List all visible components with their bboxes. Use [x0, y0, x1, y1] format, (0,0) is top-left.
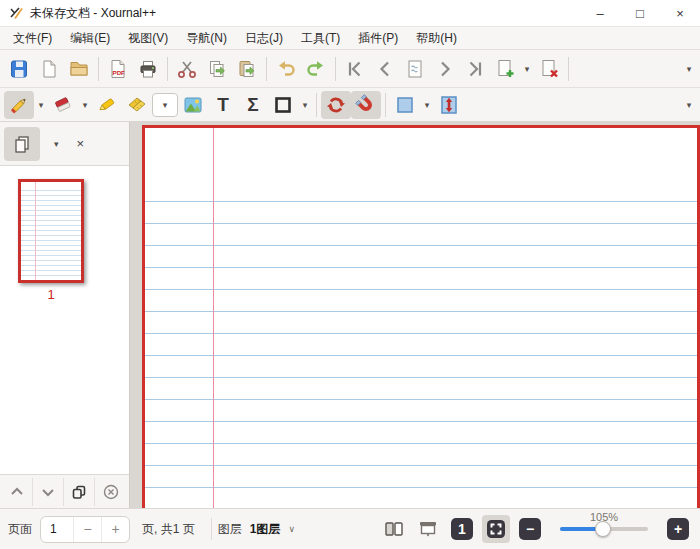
menu-view[interactable]: 视图(V)	[119, 28, 177, 49]
toolbar-tools: ▾ ▾ ▾	[0, 88, 700, 122]
magnet-icon	[355, 94, 377, 116]
grid-snap-button[interactable]	[351, 91, 381, 119]
math-tex-button[interactable]: Σ	[238, 91, 268, 119]
page-increment-button[interactable]: +	[101, 517, 129, 542]
print-button[interactable]	[133, 55, 163, 83]
layer-dropdown-icon[interactable]: ∨	[288, 524, 295, 534]
separator	[211, 518, 212, 540]
menu-file[interactable]: 文件(F)	[4, 28, 61, 49]
separator	[266, 57, 267, 81]
page-spinner[interactable]: 1 − +	[40, 516, 130, 543]
content-area: ▾ × 1	[0, 122, 700, 508]
zoom-slider-fill	[560, 527, 600, 531]
select-dropdown[interactable]: ▾	[420, 91, 434, 119]
shape-tool-button[interactable]	[268, 91, 298, 119]
export-pdf-button[interactable]: PDF	[103, 55, 133, 83]
paste-button[interactable]	[232, 55, 262, 83]
zoom-in-icon: +	[667, 518, 689, 540]
toolbar2-overflow-dropdown[interactable]: ▾	[682, 91, 696, 119]
menu-help[interactable]: 帮助(H)	[407, 28, 466, 49]
maximize-button[interactable]: □	[620, 0, 660, 26]
page-preview-toggle-button[interactable]	[4, 127, 40, 161]
rotation-snap-button[interactable]	[321, 91, 351, 119]
add-page-dropdown[interactable]: ▾	[520, 55, 534, 83]
zoom-out-button[interactable]: −	[516, 515, 544, 543]
square-shape-icon	[272, 94, 294, 116]
delete-page-button[interactable]	[534, 55, 564, 83]
cut-button[interactable]	[172, 55, 202, 83]
select-rectangle-button[interactable]	[390, 91, 420, 119]
previous-page-button[interactable]	[370, 55, 400, 83]
goto-annotated-page-button[interactable]	[400, 55, 430, 83]
pen-dropdown[interactable]: ▾	[34, 91, 48, 119]
shape-recognizer-dropdown[interactable]: ▾	[152, 93, 178, 117]
save-button[interactable]	[4, 55, 34, 83]
text-icon: T	[217, 95, 229, 114]
last-page-button[interactable]	[460, 55, 490, 83]
next-page-button[interactable]	[430, 55, 460, 83]
pen-tool-button[interactable]	[4, 91, 34, 119]
eraser-icon	[52, 94, 74, 116]
document-page[interactable]	[142, 125, 700, 508]
ruler-tool-button[interactable]	[122, 91, 152, 119]
page-thumbnail[interactable]	[18, 179, 84, 283]
eraser-tool-button[interactable]	[48, 91, 78, 119]
first-page-button[interactable]	[340, 55, 370, 83]
menu-tools[interactable]: 工具(T)	[292, 28, 349, 49]
page-decrement-button[interactable]: −	[73, 517, 101, 542]
chevron-down-icon	[39, 483, 57, 501]
page-spinner-value[interactable]: 1	[41, 522, 73, 536]
separator	[98, 57, 99, 81]
page-up-button[interactable]	[2, 478, 33, 506]
duplicate-page-button[interactable]	[64, 478, 95, 506]
page-total-text: 页, 共1 页	[142, 521, 195, 538]
page-preview-panel: 1	[0, 166, 129, 474]
toolbar-overflow-dropdown[interactable]: ▾	[682, 55, 696, 83]
minimize-button[interactable]: –	[580, 0, 620, 26]
sidebar-dropdown[interactable]: ▾	[54, 139, 59, 149]
pdf-icon: PDF	[107, 58, 129, 80]
page-down-button[interactable]	[33, 478, 64, 506]
redo-button[interactable]	[301, 55, 331, 83]
highlighter-tool-button[interactable]	[92, 91, 122, 119]
undo-button[interactable]	[271, 55, 301, 83]
print-icon	[137, 58, 159, 80]
text-tool-button[interactable]: T	[208, 91, 238, 119]
zoom-fit-button[interactable]	[482, 515, 510, 543]
cut-icon	[176, 58, 198, 80]
ruler-icon	[126, 94, 148, 116]
ruled-lines	[145, 201, 697, 508]
zoom-slider-track[interactable]	[560, 527, 648, 531]
page-label: 页面	[8, 521, 32, 538]
menu-plugins[interactable]: 插件(P)	[349, 28, 407, 49]
zoom-in-button[interactable]: +	[664, 515, 692, 543]
image-tool-button[interactable]	[178, 91, 208, 119]
layer-selector-value[interactable]: 1图层	[250, 521, 281, 538]
document-canvas[interactable]	[130, 122, 700, 508]
single-page-view-button[interactable]: 1	[448, 515, 476, 543]
close-button[interactable]: ×	[660, 0, 700, 26]
open-button[interactable]	[64, 55, 94, 83]
copy-button[interactable]	[202, 55, 232, 83]
sidebar-close-button[interactable]: ×	[77, 136, 85, 151]
vertical-space-button[interactable]	[434, 91, 464, 119]
separator	[568, 57, 569, 81]
menu-navigate[interactable]: 导航(N)	[177, 28, 236, 49]
dropdown-icon: ▾	[158, 91, 172, 119]
last-page-icon	[464, 58, 486, 80]
add-page-button[interactable]	[490, 55, 520, 83]
eraser-dropdown[interactable]: ▾	[78, 91, 92, 119]
new-document-button[interactable]	[34, 55, 64, 83]
highlighter-icon	[96, 94, 118, 116]
dual-page-view-button[interactable]	[380, 515, 408, 543]
shape-dropdown[interactable]: ▾	[298, 91, 312, 119]
zoom-slider-handle[interactable]	[595, 521, 611, 537]
zoom-slider[interactable]: 105%	[560, 527, 648, 531]
delete-page-sidebar-button[interactable]	[95, 478, 126, 506]
sidebar-footer	[0, 474, 129, 508]
presentation-mode-button[interactable]	[414, 515, 442, 543]
menu-journal[interactable]: 日志(J)	[236, 28, 292, 49]
select-rectangle-icon	[394, 94, 416, 116]
pen-icon	[8, 94, 30, 116]
menu-edit[interactable]: 编辑(E)	[61, 28, 119, 49]
